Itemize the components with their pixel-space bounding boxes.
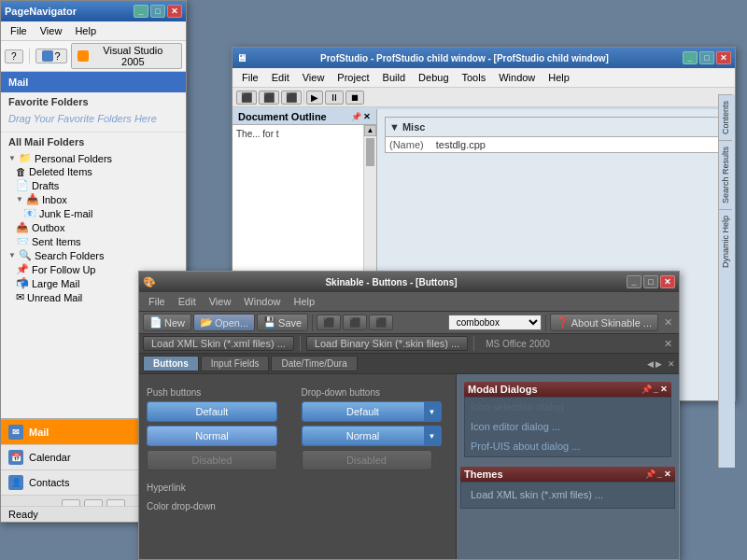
ps-minimize-button[interactable]: _ bbox=[683, 51, 698, 64]
sk-load-xml-button[interactable]: Load XML Skin (*.xml files) ... bbox=[143, 336, 294, 351]
folder-inbox[interactable]: ▼ 📥 Inbox bbox=[1, 192, 186, 206]
modal-item-about[interactable]: Prof-UIS about dialog ... bbox=[465, 437, 670, 456]
ms-office-toolbar-button[interactable]: Visual Studio 2005 bbox=[71, 43, 182, 69]
page-navigator-title-bar[interactable]: PageNavigator _ □ ✕ bbox=[1, 1, 186, 21]
ps-toolbar-btn6[interactable]: ⏹ bbox=[345, 91, 364, 105]
sk-menu-view[interactable]: View bbox=[204, 294, 237, 309]
themes-item-xml[interactable]: Load XML skin (*.xml files) ... bbox=[465, 486, 670, 504]
ps-close-button[interactable]: ✕ bbox=[716, 51, 731, 64]
ps-menu-debug[interactable]: Debug bbox=[413, 70, 454, 85]
skinable-controls: _ □ ✕ bbox=[627, 275, 675, 288]
ps-menu-edit[interactable]: Edit bbox=[266, 70, 295, 85]
ps-menu-file[interactable]: File bbox=[236, 70, 264, 85]
vs2005-toolbar-button[interactable]: ? bbox=[35, 49, 67, 63]
modal-panel-min[interactable]: _ bbox=[654, 385, 658, 394]
dropdown-normal-button[interactable]: Normal ▼ bbox=[302, 426, 442, 446]
prof-studio-title-bar[interactable]: 🖥 ProfStudio - ProfStudio child window -… bbox=[233, 48, 735, 68]
ms-office-label: Visual Studio 2005 bbox=[91, 45, 176, 67]
folder-search[interactable]: ▼ 🔍 Search Folders bbox=[1, 248, 186, 262]
modal-panel-pin[interactable]: 📌 bbox=[641, 385, 652, 394]
ps-menu-build[interactable]: Build bbox=[377, 70, 411, 85]
folder-deleted-items[interactable]: 🗑 Deleted Items bbox=[1, 165, 186, 178]
open-icon: 📂 bbox=[200, 316, 213, 329]
skinable-title-bar[interactable]: 🎨 Skinable - Buttons - [Buttons] _ □ ✕ bbox=[139, 272, 679, 292]
sk-about-button[interactable]: ❓ About Skinable ... bbox=[550, 314, 658, 331]
sk-save-button[interactable]: 💾 Save bbox=[257, 314, 308, 331]
folder-icon-personal: 📁 bbox=[19, 152, 32, 164]
menu-file[interactable]: File bbox=[5, 23, 33, 38]
sk-open-button[interactable]: 📂 Open... bbox=[193, 314, 255, 331]
menu-help[interactable]: Help bbox=[69, 23, 102, 38]
themes-panel-close[interactable]: ✕ bbox=[664, 469, 671, 479]
dropdown-default-button[interactable]: Default ▼ bbox=[302, 401, 442, 422]
folder-icon-junk: 📧 bbox=[23, 207, 36, 219]
ps-toolbar-btn3[interactable]: ⬛ bbox=[281, 91, 302, 105]
sk-tab-input-fields[interactable]: Input Fields bbox=[201, 356, 270, 371]
ps-menu-view[interactable]: View bbox=[297, 70, 331, 85]
folder-sent-items[interactable]: 📨 Sent Items bbox=[1, 234, 186, 248]
sk-tab-buttons[interactable]: Buttons bbox=[143, 356, 199, 371]
side-tab-dynamic[interactable]: Dynamic Help bbox=[719, 209, 732, 273]
sk-new-button[interactable]: 📄 New bbox=[143, 314, 191, 331]
sk-menu-edit[interactable]: Edit bbox=[173, 294, 202, 309]
help-toolbar-button[interactable]: ? bbox=[5, 49, 23, 63]
color-dropdown-section: Color drop-down bbox=[147, 500, 448, 511]
maximize-button[interactable]: □ bbox=[150, 5, 165, 18]
side-tab-contents[interactable]: Contents bbox=[719, 94, 732, 140]
folder-junk[interactable]: 📧 Junk E-mail bbox=[1, 206, 186, 220]
sk-menu-file[interactable]: File bbox=[143, 294, 171, 309]
sk-tab-datetime[interactable]: Date/Time/Dura bbox=[271, 356, 357, 371]
doc-outline-close[interactable]: ✕ bbox=[363, 112, 371, 121]
folder-icon-search: 🔍 bbox=[19, 249, 32, 261]
ps-toolbar-btn1[interactable]: ⬛ bbox=[236, 91, 257, 105]
side-tab-search[interactable]: Search Results bbox=[719, 140, 732, 209]
sk-toolbar-btn3[interactable]: ⬛ bbox=[369, 315, 393, 330]
sk-maximize-button[interactable]: □ bbox=[643, 275, 658, 288]
push-default-button[interactable]: Default bbox=[147, 401, 277, 422]
modal-item-icon-editor[interactable]: Icon editor dialog ... bbox=[465, 417, 670, 437]
folder-personal[interactable]: ▼ 📁 Personal Folders bbox=[1, 151, 186, 165]
ps-toolbar-btn2[interactable]: ⬛ bbox=[259, 91, 279, 105]
sk-skin-bar-close[interactable]: ✕ bbox=[660, 336, 675, 351]
ps-menu-help[interactable]: Help bbox=[543, 70, 575, 85]
sk-menu-window[interactable]: Window bbox=[238, 294, 286, 309]
ps-menu-tools[interactable]: Tools bbox=[457, 70, 492, 85]
modal-panel-close[interactable]: ✕ bbox=[660, 385, 668, 394]
sk-toolbar-btn2[interactable]: ⬛ bbox=[343, 315, 367, 330]
ps-maximize-button[interactable]: □ bbox=[699, 51, 714, 64]
prof-studio-controls: _ □ ✕ bbox=[683, 51, 731, 64]
push-normal-button[interactable]: Normal bbox=[147, 426, 277, 446]
themes-panel-min[interactable]: _ bbox=[657, 469, 662, 479]
themes-panel-pin[interactable]: 📌 bbox=[645, 469, 655, 479]
sk-tabs-nav-left[interactable]: ◀ bbox=[647, 359, 654, 369]
scroll-up[interactable]: ▲ bbox=[364, 125, 376, 136]
skinable-window: 🎨 Skinable - Buttons - [Buttons] _ □ ✕ F… bbox=[138, 271, 680, 560]
scroll-thumb[interactable] bbox=[366, 138, 374, 166]
doc-outline-scrollbar[interactable]: ▲ ▼ bbox=[363, 125, 376, 289]
ps-menu-project[interactable]: Project bbox=[331, 70, 374, 85]
folder-outbox[interactable]: 📤 Outbox bbox=[1, 220, 186, 234]
folder-drafts[interactable]: 📄 Drafts bbox=[1, 178, 186, 192]
sk-menu-help[interactable]: Help bbox=[288, 294, 320, 309]
dropdown-arrow2-icon: ▼ bbox=[424, 427, 441, 445]
sk-toolbar-btn1[interactable]: ⬛ bbox=[317, 315, 341, 330]
close-button[interactable]: ✕ bbox=[167, 5, 182, 18]
ps-toolbar-btn4[interactable]: ▶ bbox=[306, 91, 323, 105]
minimize-button[interactable]: _ bbox=[134, 5, 148, 18]
sk-tabs-close-icon[interactable]: ✕ bbox=[668, 359, 675, 369]
question-icon: ❓ bbox=[557, 316, 570, 329]
menu-view[interactable]: View bbox=[35, 23, 68, 38]
sk-close-button[interactable]: ✕ bbox=[660, 275, 675, 288]
doc-outline-header: Document Outline 📌 ✕ bbox=[233, 109, 376, 125]
sk-load-binary-button[interactable]: Load Binary Skin (*.skin files) ... bbox=[306, 336, 468, 351]
ps-misc-name-row: (Name) testdlg.cpp bbox=[385, 137, 727, 153]
push-disabled-button: Disabled bbox=[147, 450, 277, 470]
doc-outline-pin[interactable]: 📌 bbox=[351, 112, 361, 121]
sk-toolbar-close[interactable]: ✕ bbox=[660, 315, 675, 330]
sk-combo-select[interactable]: combobox bbox=[448, 315, 542, 330]
sk-tabs-nav-right[interactable]: ▶ bbox=[655, 359, 662, 369]
ps-toolbar-btn5[interactable]: ⏸ bbox=[325, 91, 344, 105]
expand-icon-search: ▼ bbox=[8, 251, 16, 259]
ps-menu-window[interactable]: Window bbox=[493, 70, 541, 85]
sk-minimize-button[interactable]: _ bbox=[627, 275, 641, 288]
